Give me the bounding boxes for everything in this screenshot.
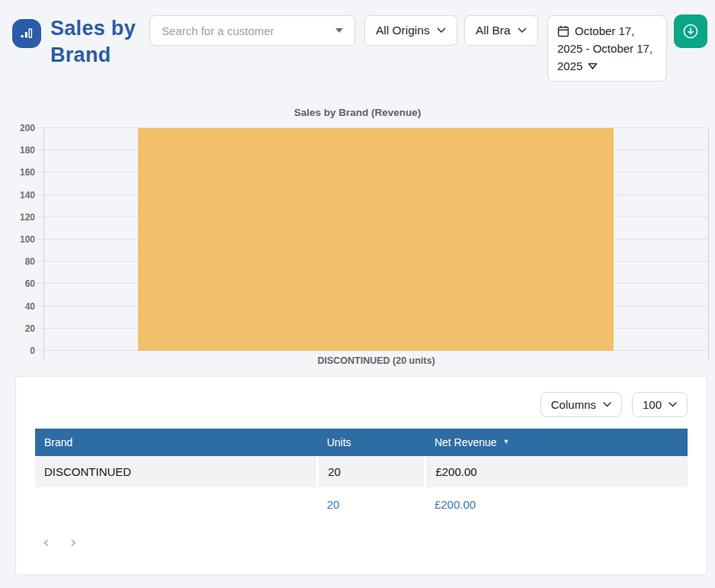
top-bar: Sales by Brand Search for a customer All… (0, 0, 715, 82)
search-placeholder: Search for a customer (162, 24, 274, 37)
column-header-brand[interactable]: Brand (35, 429, 318, 456)
date-range-line-2: 2025 - October 17, (557, 40, 657, 57)
chevron-down-icon (518, 27, 527, 34)
column-header-net-revenue[interactable]: Net Revenue▼ (425, 429, 688, 456)
chevron-down-icon (603, 402, 611, 407)
prev-page-button[interactable]: ‹ (43, 534, 50, 551)
x-axis-category-label: DISCONTINUED (20 units) (43, 355, 709, 366)
date-range-line-3: 2025 (557, 57, 582, 75)
plot-area: 020406080100120140160180200 (43, 128, 709, 351)
brand-sales-table: Brand Units Net Revenue▼ DISCONTINUED 20… (35, 429, 688, 522)
y-tick-label: 160 (20, 167, 35, 178)
origins-filter-select[interactable]: All Origins (364, 15, 457, 46)
chevron-down-icon (669, 402, 677, 407)
y-tick-label: 140 (20, 190, 35, 201)
totals-row: 20 £200.00 (35, 487, 688, 522)
brands-filter-select[interactable]: All Bra (464, 15, 538, 46)
y-tick-label: 120 (20, 212, 35, 223)
y-tick-label: 200 (20, 123, 35, 133)
page-size-select[interactable]: 100 (632, 392, 688, 417)
chart-bar[interactable] (138, 128, 614, 351)
page-title: Sales by Brand (50, 15, 143, 69)
y-tick-label: 20 (25, 323, 35, 334)
y-tick-label: 180 (20, 145, 35, 156)
brands-filter-label: All Bra (476, 24, 511, 37)
totals-net-revenue: £200.00 (425, 487, 688, 522)
brand: Sales by Brand (12, 15, 149, 69)
columns-button[interactable]: Columns (540, 392, 622, 417)
y-tick-label: 60 (25, 278, 35, 289)
cell-brand: DISCONTINUED (35, 456, 318, 487)
cell-net-revenue: £200.00 (425, 456, 688, 487)
y-tick-label: 80 (25, 256, 35, 267)
table-row[interactable]: DISCONTINUED 20 £200.00 (35, 456, 688, 487)
dropdown-arrow-icon (335, 28, 343, 33)
cell-units: 20 (318, 456, 425, 487)
page-size-value: 100 (643, 398, 662, 411)
column-header-units[interactable]: Units (318, 429, 425, 456)
chart-title: Sales by Brand (Revenue) (0, 107, 715, 118)
date-range-line-1: October 17, (575, 22, 634, 40)
chevron-down-icon (437, 27, 446, 34)
columns-button-label: Columns (551, 398, 596, 411)
download-button[interactable] (674, 14, 707, 48)
y-tick-label: 100 (20, 234, 35, 245)
download-circle-icon (681, 22, 700, 40)
sort-desc-icon: ▼ (503, 438, 510, 445)
y-tick-label: 40 (25, 301, 35, 312)
calendar-icon (557, 25, 569, 37)
origins-filter-label: All Origins (376, 24, 430, 37)
customer-search-select[interactable]: Search for a customer (149, 15, 355, 46)
date-range-picker[interactable]: October 17, 2025 - October 17, 2025 (547, 15, 667, 82)
revenue-chart: Sales by Brand (Revenue) 020406080100120… (0, 107, 715, 366)
table-header-row: Brand Units Net Revenue▼ (35, 429, 688, 456)
totals-units: 20 (318, 487, 425, 522)
table-card: Columns 100 Brand Units Net Revenue▼ DIS… (15, 376, 707, 575)
next-page-button[interactable]: › (70, 534, 77, 551)
pagination: ‹ › (43, 534, 688, 551)
y-tick-label: 0 (30, 345, 35, 356)
totals-brand-cell (35, 487, 318, 522)
bar-chart-icon (12, 19, 41, 48)
triangle-down-icon (588, 63, 598, 70)
